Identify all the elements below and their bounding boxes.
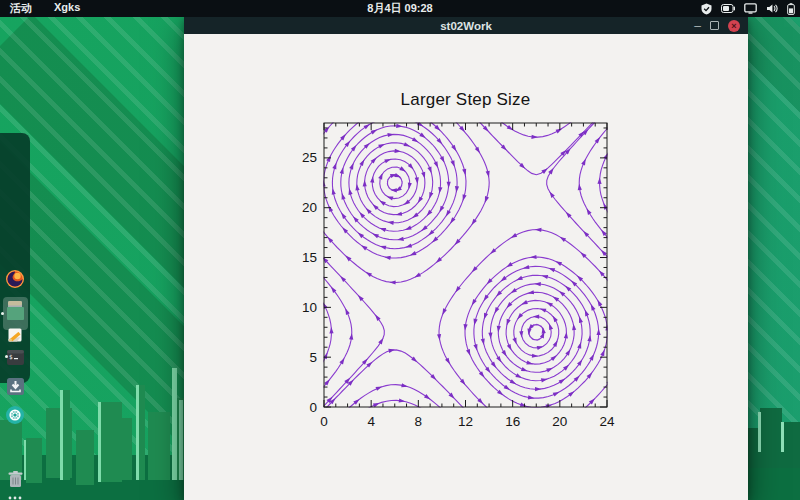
arrowhead <box>361 245 368 250</box>
arrowhead <box>389 280 396 284</box>
arrowhead <box>495 307 500 314</box>
svg-text:$: $ <box>9 353 13 360</box>
dock-item-terminal[interactable]: $ <box>4 346 26 368</box>
arrowhead <box>366 272 373 277</box>
window-content: Larger Step Size 048121620240510152025 <box>184 34 748 500</box>
arrowhead <box>364 124 371 129</box>
arrowhead <box>572 324 576 331</box>
arrowhead <box>349 163 353 170</box>
streamline-path <box>332 119 457 249</box>
app-window: st02Work – × Larger Step Size 0481216202… <box>184 17 748 500</box>
arrowhead <box>375 315 381 321</box>
minimize-button[interactable]: – <box>694 21 701 31</box>
arrowhead <box>587 335 591 342</box>
arrowhead <box>549 323 553 330</box>
arrowhead <box>484 313 488 320</box>
close-button[interactable]: × <box>728 20 740 32</box>
arrowhead <box>511 233 518 238</box>
arrowhead <box>515 373 522 378</box>
display-icon <box>744 3 757 14</box>
arrowhead <box>504 385 510 390</box>
arrowhead <box>600 350 604 357</box>
window-controls: – × <box>694 17 740 34</box>
arrowhead <box>440 156 445 163</box>
arrowhead <box>396 212 403 216</box>
arrowhead <box>401 383 408 387</box>
arrowhead <box>521 367 528 371</box>
y-tick-label: 10 <box>302 300 317 315</box>
arrowhead <box>530 255 537 259</box>
streamline-path <box>477 119 596 174</box>
dock-item-firefox[interactable] <box>4 268 26 290</box>
window-titlebar[interactable]: st02Work – × <box>184 17 748 34</box>
arrowhead <box>359 117 365 122</box>
arrowhead <box>501 276 507 282</box>
arrowhead <box>427 167 431 174</box>
arrowhead <box>397 237 404 241</box>
arrowhead <box>326 155 331 162</box>
arrowhead <box>332 163 336 170</box>
arrowhead <box>380 246 387 250</box>
app-menu-button[interactable]: Xgks <box>54 1 80 16</box>
streamline-path <box>583 381 611 410</box>
arrowhead <box>429 192 433 199</box>
arrowhead <box>378 144 385 149</box>
arrowhead <box>577 342 581 349</box>
arrowhead <box>434 161 439 168</box>
arrowhead <box>412 137 419 142</box>
arrowhead <box>553 316 558 323</box>
dock-item-app-grid[interactable] <box>4 492 26 500</box>
arrowhead <box>581 159 586 166</box>
arrowhead <box>340 167 344 174</box>
y-tick-label: 25 <box>302 150 317 165</box>
plot-frame <box>324 123 607 407</box>
streamline-path <box>490 284 582 381</box>
arrowhead <box>421 172 425 179</box>
dock-item-software-update[interactable] <box>4 404 26 426</box>
terminal-icon: $ <box>6 349 25 366</box>
arrowhead <box>424 394 430 400</box>
arrowhead <box>516 276 523 280</box>
activities-button[interactable]: 活动 <box>10 1 32 16</box>
arrowhead <box>546 368 553 373</box>
streamline-path <box>365 400 424 410</box>
arrowhead <box>585 310 589 317</box>
arrowhead <box>341 213 346 220</box>
arrowhead <box>466 349 470 356</box>
maximize-button[interactable] <box>710 21 719 30</box>
arrowhead <box>446 210 451 217</box>
arrowhead <box>496 356 501 363</box>
y-tick-label: 5 <box>309 350 317 365</box>
clock-label[interactable]: 8月4日 09:28 <box>367 2 432 14</box>
arrowhead <box>445 358 450 365</box>
streamline-path <box>380 167 410 199</box>
arrowhead <box>450 160 454 167</box>
clock-area: 8月4日 09:28 <box>0 1 800 16</box>
dock-item-trash[interactable] <box>4 468 26 490</box>
running-indicator-dot <box>1 312 4 315</box>
arrowhead <box>384 159 391 163</box>
dock-item-xgks-focused[interactable] <box>3 297 28 330</box>
arrowhead <box>521 300 528 305</box>
update-circle-icon <box>5 405 25 425</box>
dock-item-software-install[interactable] <box>4 375 26 397</box>
arrowhead <box>553 392 560 397</box>
arrowhead <box>535 387 541 391</box>
arrowhead <box>345 308 350 315</box>
desktop: $ <box>0 0 800 500</box>
arrowhead <box>379 228 386 232</box>
x-tick-label: 0 <box>320 414 328 429</box>
arrowhead <box>587 208 592 215</box>
arrowhead <box>579 316 583 323</box>
arrowhead <box>589 354 594 361</box>
streamline-path <box>465 257 608 408</box>
system-tray[interactable] <box>701 0 795 17</box>
arrowhead <box>328 205 333 212</box>
arrowhead <box>491 362 497 368</box>
dock: $ <box>0 133 30 383</box>
streamline-path <box>324 118 467 258</box>
arrowhead <box>404 142 411 146</box>
arrowhead <box>376 387 383 391</box>
arrowhead <box>533 315 539 319</box>
arrowhead <box>523 265 530 269</box>
